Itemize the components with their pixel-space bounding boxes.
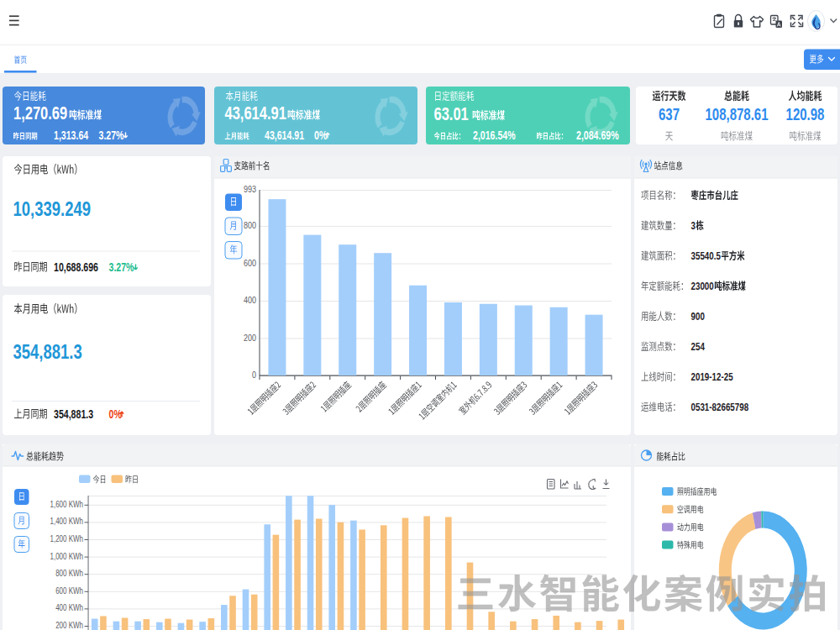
svg-text:120.98: 120.98 bbox=[786, 105, 825, 123]
svg-text:1,400 KWh: 1,400 KWh bbox=[50, 517, 83, 526]
svg-text:1,600 KWh: 1,600 KWh bbox=[50, 500, 83, 509]
svg-text:0: 0 bbox=[252, 370, 256, 380]
svg-text:108,878.61: 108,878.61 bbox=[706, 105, 769, 123]
svg-text:2019-12-25: 2019-12-25 bbox=[691, 371, 733, 382]
svg-text:3: 3 bbox=[691, 220, 696, 231]
svg-text:800: 800 bbox=[244, 220, 256, 230]
svg-text:600 KWh: 600 KWh bbox=[55, 586, 83, 596]
svg-text:200 KWh: 200 KWh bbox=[55, 621, 83, 630]
svg-text:354,881.3: 354,881.3 bbox=[13, 341, 82, 364]
svg-text:0%: 0% bbox=[109, 407, 122, 421]
svg-text:1,270.69: 1,270.69 bbox=[13, 103, 67, 123]
svg-text:254: 254 bbox=[691, 341, 706, 352]
svg-text:800 KWh: 800 KWh bbox=[55, 569, 83, 578]
svg-text:23000: 23000 bbox=[691, 281, 714, 291]
svg-text:10,688.696: 10,688.696 bbox=[54, 260, 98, 274]
svg-text:637: 637 bbox=[659, 105, 680, 123]
svg-text:400 KWh: 400 KWh bbox=[55, 603, 83, 612]
svg-text:43,614.91: 43,614.91 bbox=[225, 103, 287, 123]
svg-text:1,000 KWh: 1,000 KWh bbox=[50, 552, 83, 561]
svg-text:0%: 0% bbox=[314, 129, 327, 142]
svg-text:0531-82665798: 0531-82665798 bbox=[691, 402, 749, 412]
svg-text:10,339.249: 10,339.249 bbox=[13, 198, 92, 221]
svg-text:35540.5: 35540.5 bbox=[691, 250, 721, 261]
svg-text:900: 900 bbox=[691, 311, 705, 322]
svg-text:3.27%: 3.27% bbox=[99, 129, 124, 142]
svg-text:43,614.91: 43,614.91 bbox=[265, 129, 304, 142]
svg-text:1,200 KWh: 1,200 KWh bbox=[50, 534, 83, 543]
svg-text:200: 200 bbox=[244, 333, 256, 343]
svg-text:3.27%: 3.27% bbox=[109, 260, 134, 274]
svg-text:600: 600 bbox=[244, 258, 256, 268]
svg-text:993: 993 bbox=[244, 184, 256, 194]
svg-text:354,881.3: 354,881.3 bbox=[54, 407, 93, 421]
svg-text:400: 400 bbox=[244, 295, 256, 305]
svg-text:1,313.64: 1,313.64 bbox=[54, 129, 88, 142]
svg-text:63.01: 63.01 bbox=[434, 104, 470, 124]
svg-text:2,016.54%: 2,016.54% bbox=[473, 129, 516, 142]
